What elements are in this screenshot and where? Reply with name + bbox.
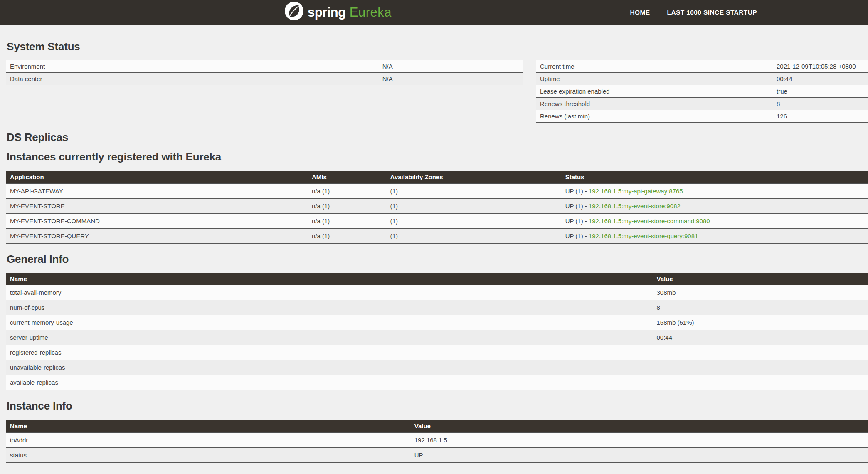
row-label: Data center — [6, 73, 378, 85]
row-label: Environment — [6, 60, 378, 73]
general-info-table: Name Value total-avail-memory 308mb num-… — [6, 273, 868, 390]
amis-cell: n/a (1) — [308, 198, 386, 213]
eureka-brand: spring Eureka — [284, 0, 392, 25]
col-application: Application — [6, 171, 308, 183]
nav-link-home[interactable]: HOME — [630, 9, 650, 16]
status-text: UP (1) - — [565, 188, 587, 195]
amis-cell: n/a (1) — [308, 183, 386, 198]
application-cell: MY-EVENT-STORE-QUERY — [6, 228, 308, 243]
table-row: Uptime 00:44 — [536, 73, 868, 85]
instances-table: Application AMIs Availability Zones Stat… — [6, 171, 868, 244]
instance-info-header: Name Value — [6, 420, 868, 432]
table-row: Data center N/A — [6, 73, 523, 85]
instance-link[interactable]: 192.168.1.5:my-api-gateway:8765 — [589, 188, 683, 195]
instance-link[interactable]: 192.168.1.5:my-event-store-query:9081 — [589, 232, 698, 239]
general-info-heading: General Info — [7, 252, 868, 266]
row-value — [653, 375, 868, 390]
table-row: server-uptime 00:44 — [6, 330, 868, 345]
instances-heading: Instances currently registered with Eure… — [7, 150, 868, 164]
row-value — [653, 360, 868, 375]
row-label: status — [6, 447, 410, 462]
status-cell: UP (1) -192.168.1.5:my-event-store:9082 — [561, 198, 868, 213]
col-value: Value — [653, 273, 868, 285]
row-label: unavailable-replicas — [6, 360, 653, 375]
row-label: current-memory-usage — [6, 315, 653, 330]
table-row: ipAddr 192.168.1.5 — [6, 432, 868, 447]
row-value: UP — [410, 447, 868, 462]
row-label: available-replicas — [6, 375, 653, 390]
table-row: registered-replicas — [6, 345, 868, 360]
status-text: UP (1) - — [565, 217, 587, 225]
page-content: System Status Environment N/A Data cente… — [0, 40, 868, 463]
row-label: registered-replicas — [6, 345, 653, 360]
row-value: 192.168.1.5 — [410, 432, 868, 447]
navbar-links: HOME LAST 1000 SINCE STARTUP — [630, 0, 757, 25]
instances-table-header: Application AMIs Availability Zones Stat… — [6, 171, 868, 183]
table-row: Renews threshold 8 — [536, 98, 868, 110]
row-label: Uptime — [536, 73, 772, 85]
row-value: 2021-12-09T10:05:28 +0800 — [772, 60, 868, 73]
system-status-heading: System Status — [7, 40, 868, 54]
status-cell: UP (1) -192.168.1.5:my-event-store-comma… — [561, 213, 868, 228]
row-value: 00:44 — [653, 330, 868, 345]
row-label: Lease expiration enabled — [536, 85, 772, 98]
row-value: 158mb (51%) — [653, 315, 868, 330]
zones-cell: (1) — [386, 183, 561, 198]
row-label: Renews threshold — [536, 98, 772, 110]
top-navbar: spring Eureka HOME LAST 1000 SINCE START… — [0, 0, 868, 25]
system-status-tables: Environment N/A Data center N/A Current … — [6, 60, 868, 123]
instance-link[interactable]: 192.168.1.5:my-event-store:9082 — [589, 202, 681, 210]
row-label: Current time — [536, 60, 772, 73]
spring-leaf-icon — [284, 1, 304, 21]
row-value: 00:44 — [772, 73, 868, 85]
instance-link[interactable]: 192.168.1.5:my-event-store-command:9080 — [589, 217, 710, 225]
amis-cell: n/a (1) — [308, 228, 386, 243]
row-value: 126 — [772, 110, 868, 123]
row-value — [653, 345, 868, 360]
table-row: current-memory-usage 158mb (51%) — [6, 315, 868, 330]
row-value: N/A — [378, 60, 523, 73]
row-value: 308mb — [653, 285, 868, 300]
status-cell: UP (1) -192.168.1.5:my-event-store-query… — [561, 228, 868, 243]
row-label: Renews (last min) — [536, 110, 772, 123]
application-cell: MY-API-GATEWAY — [6, 183, 308, 198]
row-label: total-avail-memory — [6, 285, 653, 300]
status-cell: UP (1) -192.168.1.5:my-api-gateway:8765 — [561, 183, 868, 198]
instance-row: MY-EVENT-STORE n/a (1) (1) UP (1) -192.1… — [6, 198, 868, 213]
application-cell: MY-EVENT-STORE-COMMAND — [6, 213, 308, 228]
row-label: server-uptime — [6, 330, 653, 345]
col-availability-zones: Availability Zones — [386, 171, 561, 183]
brand-eureka-text: Eureka — [350, 5, 392, 20]
ds-replicas-heading: DS Replicas — [7, 131, 868, 144]
table-row: Lease expiration enabled true — [536, 85, 868, 98]
status-text: UP (1) - — [565, 232, 587, 239]
row-label: ipAddr — [6, 432, 410, 447]
row-value: N/A — [378, 73, 523, 85]
nav-link-last-1000[interactable]: LAST 1000 SINCE STARTUP — [667, 9, 757, 16]
row-value: 8 — [653, 300, 868, 315]
system-status-left-table: Environment N/A Data center N/A — [6, 60, 523, 85]
table-row: num-of-cpus 8 — [6, 300, 868, 315]
instance-info-table: Name Value ipAddr 192.168.1.5 status UP — [6, 420, 868, 463]
col-status: Status — [561, 171, 868, 183]
col-name: Name — [6, 273, 653, 285]
table-row: Renews (last min) 126 — [536, 110, 868, 123]
row-value: true — [772, 85, 868, 98]
table-row: Current time 2021-12-09T10:05:28 +0800 — [536, 60, 868, 73]
row-value: 8 — [772, 98, 868, 110]
zones-cell: (1) — [386, 213, 561, 228]
instance-row: MY-EVENT-STORE-QUERY n/a (1) (1) UP (1) … — [6, 228, 868, 243]
amis-cell: n/a (1) — [308, 213, 386, 228]
zones-cell: (1) — [386, 198, 561, 213]
zones-cell: (1) — [386, 228, 561, 243]
instance-row: MY-EVENT-STORE-COMMAND n/a (1) (1) UP (1… — [6, 213, 868, 228]
col-name: Name — [6, 420, 410, 432]
status-text: UP (1) - — [565, 202, 587, 210]
application-cell: MY-EVENT-STORE — [6, 198, 308, 213]
brand-spring-text: spring — [308, 5, 346, 20]
col-amis: AMIs — [308, 171, 386, 183]
instance-info-heading: Instance Info — [7, 399, 868, 413]
table-row: total-avail-memory 308mb — [6, 285, 868, 300]
instance-row: MY-API-GATEWAY n/a (1) (1) UP (1) -192.1… — [6, 183, 868, 198]
general-info-header: Name Value — [6, 273, 868, 285]
